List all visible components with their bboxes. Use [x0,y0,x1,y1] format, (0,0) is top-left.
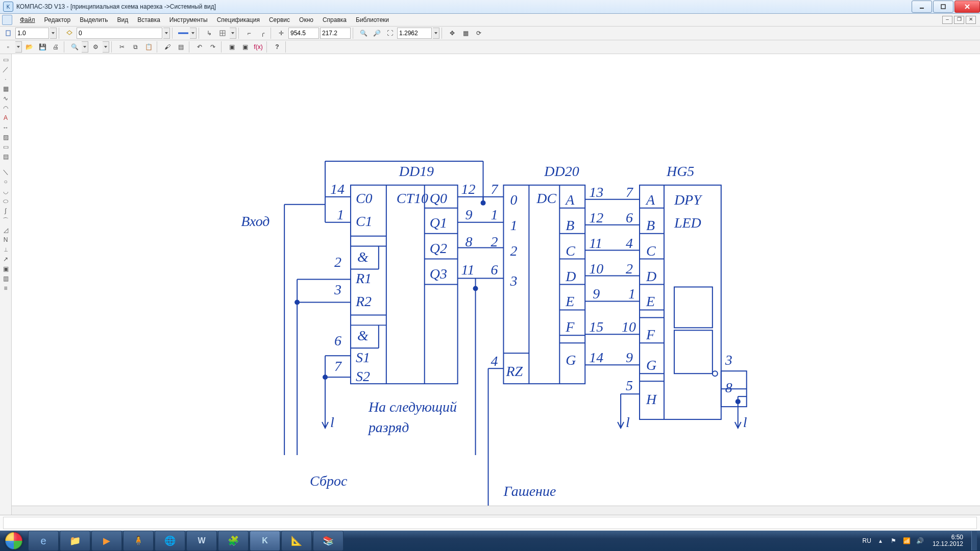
menu-view[interactable]: Вид [113,15,133,25]
zoom-fit-icon[interactable]: ⛶ [384,27,396,39]
tray-clock[interactable]: 6:50 12.12.2012 [929,534,966,547]
coord-x-input[interactable] [288,28,319,39]
horizontal-scrollbar[interactable] [12,506,980,515]
hatch2-tool-icon[interactable]: ▥ [1,274,11,283]
lib2-icon[interactable]: ▣ [239,41,251,53]
window-minimize-button[interactable] [912,1,932,13]
window-maximize-button[interactable] [933,1,953,13]
properties-icon[interactable]: ⚙ [89,41,102,53]
pan-icon[interactable]: ✥ [446,27,458,39]
start-button[interactable] [0,531,28,551]
task-app2[interactable]: 🧩 [218,531,249,551]
line-tool-icon[interactable]: ／ [1,65,11,74]
tray-volume-icon[interactable]: 🔊 [916,537,924,545]
linestyle-icon[interactable] [177,27,189,39]
menu-service[interactable]: Сервис [264,15,295,25]
menu-help[interactable]: Справка [318,15,351,25]
menu-file[interactable]: Файл [15,15,40,25]
redo-icon[interactable]: ↷ [207,41,219,53]
task-ie[interactable]: e [28,531,59,551]
open-icon[interactable]: 📂 [23,41,35,53]
spline-tool-icon[interactable]: ∿ [1,94,11,103]
menu-select[interactable]: Выделить [75,15,112,25]
arc-tool-icon[interactable]: ◠ [1,104,11,113]
save-icon[interactable]: 💾 [36,41,48,53]
properties-dropdown-icon[interactable] [103,41,109,53]
trim-tool-icon[interactable]: ⟂ [1,245,11,254]
task-kompas[interactable]: K [250,531,280,551]
tray-lang[interactable]: RU [863,537,871,544]
tray-flag-icon[interactable]: ⚑ [890,537,898,545]
zoom-out-icon[interactable]: 🔎 [371,27,383,39]
segment-tool-icon[interactable]: ＼ [1,167,11,177]
zoom-dropdown-icon[interactable] [433,28,439,39]
arc2-tool-icon[interactable]: ◡ [1,187,11,196]
task-word[interactable]: W [186,531,217,551]
grid-dropdown-icon[interactable] [230,28,236,39]
command-input[interactable] [3,517,977,529]
show-desktop-button[interactable] [971,531,977,550]
new-dropdown-icon[interactable] [15,41,22,53]
undo-icon[interactable]: ↶ [193,41,206,53]
text-tool-icon[interactable]: A [1,113,11,122]
scale-dropdown-icon[interactable] [50,28,57,39]
dimension-tool-icon[interactable]: ↔ [1,123,11,132]
hatch-tool-icon[interactable]: ▨ [1,133,11,142]
extend-tool-icon[interactable]: ↗ [1,255,11,264]
group-tool-icon[interactable]: ▣ [1,264,11,273]
coord-target-icon[interactable]: ✛ [275,27,287,39]
table-icon[interactable]: ▤ [175,41,187,53]
fx-icon[interactable]: f(x) [252,41,264,53]
polyline-tool-icon[interactable]: Ν [1,235,11,244]
menu-edit[interactable]: Редактор [40,15,76,25]
refresh-icon[interactable]: ⟳ [473,27,485,39]
snap-angle-icon[interactable]: ↳ [203,27,215,39]
rect-tool-icon[interactable]: ▭ [1,142,11,152]
circle-tool-icon[interactable]: ○ [1,177,11,186]
new-icon[interactable]: ▫ [2,41,14,53]
copy-icon[interactable]: ⧉ [129,41,141,53]
menu-spec[interactable]: Спецификация [212,15,264,25]
align-tool-icon[interactable]: ≡ [1,284,11,293]
ellipse-tool-icon[interactable]: ⬭ [1,196,11,206]
layer-dropdown-icon[interactable] [163,28,170,39]
fillet-tool-icon[interactable]: ⌒ [1,216,11,225]
grid-icon[interactable] [216,27,229,39]
table-tool-icon[interactable]: ▤ [1,152,11,161]
cut-icon[interactable]: ✂ [116,41,128,53]
zoom-in-icon[interactable]: 🔍 [357,27,370,39]
zoom-input[interactable] [397,28,432,39]
task-app3[interactable]: 📐 [281,531,312,551]
grid-tool-icon[interactable]: ▦ [1,84,11,93]
linestyle-dropdown-icon[interactable] [190,28,197,39]
preview-dropdown-icon[interactable] [82,41,88,53]
task-wmp[interactable]: ▶ [91,531,122,551]
round-icon[interactable]: ╭ [256,27,268,39]
print-icon[interactable]: 🖨 [50,41,62,53]
views-icon[interactable]: ▦ [459,27,472,39]
tray-network-icon[interactable]: 📶 [903,537,911,545]
ortho-icon[interactable]: ⌐ [243,27,255,39]
preview-icon[interactable]: 🔍 [68,41,81,53]
task-chrome[interactable]: 🌐 [155,531,185,551]
menu-libs[interactable]: Библиотеки [351,15,394,25]
point-tool-icon[interactable]: · [1,74,11,84]
mdi-restore-button[interactable]: ❐ [954,16,964,24]
task-app1[interactable]: 🧍 [123,531,154,551]
paste-icon[interactable]: 📋 [142,41,155,53]
menu-insert[interactable]: Вставка [133,15,165,25]
drawing-canvas[interactable]: DD19 C0 C1 & [12,54,980,515]
layer-icon[interactable] [63,27,76,39]
coord-y-input[interactable] [320,28,351,39]
lib1-icon[interactable]: ▣ [226,41,238,53]
mdi-minimize-button[interactable]: – [942,16,952,24]
tray-показать-скрытые-icon[interactable]: ▴ [876,537,885,545]
task-explorer[interactable]: 📁 [60,531,90,551]
chamfer-tool-icon[interactable]: ◿ [1,226,11,235]
task-winrar[interactable]: 📚 [313,531,344,551]
menu-window[interactable]: Окно [295,15,318,25]
scale-input[interactable] [15,28,49,39]
help-icon[interactable]: ? [271,41,283,53]
select-tool-icon[interactable]: ▭ [1,55,11,64]
new-doc-icon[interactable] [2,27,14,39]
